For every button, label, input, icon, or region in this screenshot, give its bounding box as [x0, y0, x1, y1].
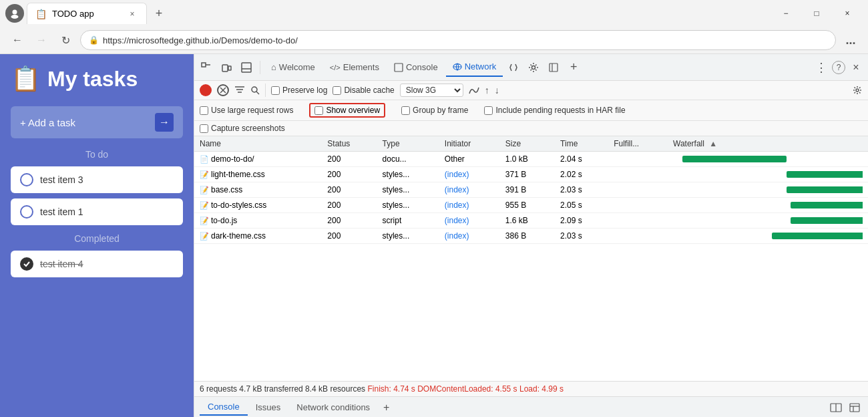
capture-screenshots-checkbox[interactable]: Capture screenshots: [200, 124, 285, 133]
col-initiator[interactable]: Initiator: [439, 136, 500, 152]
include-pending-input[interactable]: [484, 106, 493, 115]
initiator-link[interactable]: (index): [445, 200, 469, 210]
clear-button[interactable]: [217, 84, 229, 96]
col-waterfall[interactable]: Waterfall ▲: [668, 136, 868, 152]
network-settings-button[interactable]: [852, 85, 863, 96]
maximize-button[interactable]: □: [801, 3, 832, 24]
devtools-close-button[interactable]: ×: [847, 58, 865, 77]
new-tab-button[interactable]: +: [150, 4, 168, 23]
bottom-tab-issues[interactable]: Issues: [248, 400, 289, 415]
add-tab-button[interactable]: +: [564, 58, 583, 77]
task-checkbox-test4[interactable]: [20, 257, 33, 271]
tab-favicon: 📋: [35, 9, 47, 19]
browser-tab[interactable]: 📋 TODO app ×: [27, 3, 147, 24]
svg-rect-4: [222, 65, 228, 72]
add-bottom-tab-button[interactable]: +: [378, 399, 395, 416]
fullscreen-button[interactable]: [847, 400, 863, 416]
add-task-button[interactable]: + Add a task →: [11, 106, 183, 138]
task-text-test4: test item 4: [40, 259, 83, 269]
preserve-log-input[interactable]: [271, 86, 280, 95]
forward-button[interactable]: →: [32, 31, 51, 49]
task-item-test4[interactable]: test item 4: [11, 251, 183, 277]
group-by-frame-input[interactable]: [401, 106, 410, 115]
import-button[interactable]: ↑: [485, 85, 489, 96]
table-row[interactable]: 📝base.css200styles...(index)391 B2.03 s: [194, 182, 868, 198]
status-base-text: 6 requests 4.7 kB transferred 8.4 kB res…: [200, 384, 367, 394]
devtools-panel: ⌂ Welcome </> Elements Console Network: [194, 54, 868, 417]
row-status-cell: 200: [322, 213, 377, 229]
row-time-cell: 2.09 s: [555, 213, 608, 229]
task-checkbox-test3[interactable]: [20, 173, 33, 186]
todo-header: 📋 My tasks: [11, 65, 183, 93]
record-button[interactable]: [200, 84, 212, 96]
throttle-select[interactable]: Slow 3G Fast 3G No throttling: [400, 84, 463, 97]
table-row[interactable]: 📝dark-theme.css200styles...(index)386 B2…: [194, 229, 868, 244]
capture-screenshots-input[interactable]: [200, 124, 208, 133]
initiator-link[interactable]: (index): [445, 170, 469, 179]
col-fulfill[interactable]: Fulfill...: [608, 136, 668, 152]
show-overview-input[interactable]: [314, 106, 323, 115]
table-row[interactable]: 📝light-theme.css200styles...(index)371 B…: [194, 167, 868, 182]
initiator-link[interactable]: (index): [445, 216, 469, 225]
refresh-button[interactable]: ↻: [56, 31, 75, 49]
minimize-button[interactable]: −: [771, 3, 801, 24]
svg-point-11: [532, 65, 535, 69]
task-checkbox-test1[interactable]: [20, 205, 33, 219]
back-button[interactable]: ←: [8, 31, 27, 49]
close-button[interactable]: ×: [832, 3, 863, 24]
dock-button[interactable]: [237, 58, 256, 77]
tab-close-button[interactable]: ×: [126, 8, 138, 20]
export-button[interactable]: ↓: [495, 85, 499, 96]
preserve-log-checkbox[interactable]: Preserve log: [271, 86, 327, 95]
col-size[interactable]: Size: [500, 136, 555, 152]
tab-welcome[interactable]: ⌂ Welcome: [264, 58, 322, 77]
disable-cache-input[interactable]: [333, 86, 341, 95]
disable-cache-checkbox[interactable]: Disable cache: [333, 86, 394, 95]
help-button[interactable]: ?: [832, 61, 845, 74]
network-options: Use large request rows Show overview Gro…: [194, 100, 868, 121]
address-input[interactable]: 🔒 https://microsoftedge.github.io/Demos/…: [80, 30, 836, 50]
table-row[interactable]: 📝to-do-styles.css200styles...(index)955 …: [194, 198, 868, 213]
more-options-button[interactable]: ...: [841, 31, 860, 49]
col-type[interactable]: Type: [377, 136, 439, 152]
tab-console[interactable]: Console: [387, 58, 445, 77]
sources-button[interactable]: [504, 58, 523, 77]
row-initiator-cell: (index): [439, 182, 500, 198]
table-row[interactable]: 📝to-do.js200script(index)1.6 kB2.09 s: [194, 213, 868, 229]
show-overview-checkbox-container[interactable]: Show overview: [309, 103, 385, 118]
task-item-test1[interactable]: test item 1: [11, 198, 183, 225]
table-row[interactable]: 📄demo-to-do/200docu...Other1.0 kB2.04 s: [194, 152, 868, 167]
network-conditions-button[interactable]: [469, 86, 479, 95]
profile-icon[interactable]: [5, 4, 24, 23]
network-table: Name Status Type Initiator Size Time Ful…: [194, 136, 868, 381]
row-size-cell: 955 B: [500, 198, 555, 213]
more-tabs-button[interactable]: ⋮: [812, 58, 831, 77]
initiator-link[interactable]: (index): [445, 231, 469, 241]
group-by-frame-checkbox[interactable]: Group by frame: [401, 106, 468, 115]
task-item-test3[interactable]: test item 3: [11, 166, 183, 193]
col-name[interactable]: Name: [194, 136, 322, 152]
bottom-tab-console[interactable]: Console: [200, 399, 248, 416]
search-button[interactable]: [250, 86, 260, 95]
include-pending-checkbox[interactable]: Include pending requests in HAR file: [484, 106, 625, 115]
large-rows-input[interactable]: [200, 106, 208, 115]
row-name-cell: 📄demo-to-do/: [194, 152, 322, 167]
col-time[interactable]: Time: [555, 136, 608, 152]
initiator-link[interactable]: (index): [445, 185, 469, 194]
large-rows-checkbox[interactable]: Use large request rows: [200, 106, 293, 115]
inspect-element-button[interactable]: [197, 58, 216, 77]
row-name-cell: 📝to-do.js: [194, 213, 322, 229]
svg-rect-12: [550, 63, 558, 72]
filter-button[interactable]: [234, 86, 245, 95]
tab-elements[interactable]: </> Elements: [323, 58, 386, 77]
device-toolbar-button[interactable]: [217, 58, 236, 77]
settings-button[interactable]: [524, 58, 543, 77]
col-status[interactable]: Status: [322, 136, 377, 152]
row-status-cell: 200: [322, 229, 377, 244]
split-pane-button[interactable]: [828, 400, 844, 416]
welcome-tab-icon: ⌂: [271, 62, 276, 72]
todo-sidebar: 📋 My tasks + Add a task → To do test ite…: [0, 54, 194, 417]
bottom-tab-network-conditions[interactable]: Network conditions: [288, 400, 378, 415]
dock-side-button[interactable]: [544, 58, 563, 77]
tab-network[interactable]: Network: [446, 58, 503, 77]
